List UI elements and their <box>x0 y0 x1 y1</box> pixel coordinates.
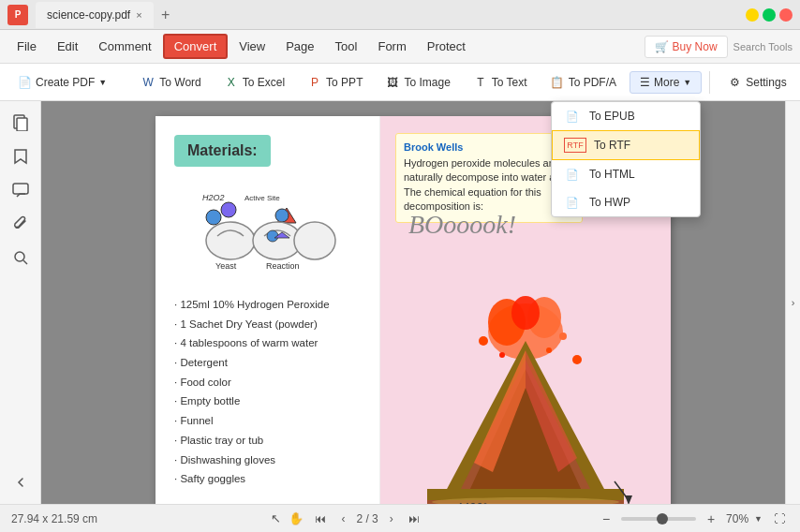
next-page-button[interactable]: › <box>382 510 401 528</box>
sidebar-comment-icon[interactable] <box>7 176 35 204</box>
menu-protect[interactable]: Protect <box>418 36 475 57</box>
svg-point-26 <box>572 355 582 364</box>
zoom-out-button[interactable]: − <box>597 510 615 528</box>
svg-text:H2O2: H2O2 <box>202 193 225 202</box>
sidebar-pages-icon[interactable] <box>7 109 35 137</box>
action-bar: 📄 Create PDF ▼ W To Word X To Excel P To… <box>0 64 800 101</box>
sidebar-search-icon[interactable] <box>7 244 35 272</box>
prev-page-button[interactable]: ‹ <box>333 510 352 528</box>
menu-form[interactable]: Form <box>368 36 415 57</box>
maximize-button[interactable] <box>763 8 776 22</box>
menu-file[interactable]: File <box>7 36 46 57</box>
svg-text:Active Site: Active Site <box>244 194 280 202</box>
tab-science-copy[interactable]: science-copy.pdf × <box>36 2 154 28</box>
left-sidebar <box>0 101 41 504</box>
select-mode-icon[interactable]: ↖ <box>271 511 281 525</box>
svg-point-23 <box>559 332 567 340</box>
menu-convert[interactable]: Convert <box>163 34 229 59</box>
list-item: Safty goggles <box>174 469 361 489</box>
new-tab-button[interactable]: + <box>156 5 176 25</box>
dropdown-item-label: To HWP <box>589 196 630 209</box>
menu-view[interactable]: View <box>230 36 274 57</box>
last-page-button[interactable]: ⏭ <box>405 510 423 528</box>
buy-now-button[interactable]: 🛒 Buy Now <box>644 36 728 58</box>
tab-close-button[interactable]: × <box>136 9 141 21</box>
close-button[interactable] <box>779 8 793 22</box>
right-sidebar-collapse-icon[interactable]: › <box>786 288 801 317</box>
menu-bar: File Edit Comment Convert View Page Tool… <box>0 30 800 64</box>
fullscreen-button[interactable]: ⛶ <box>770 510 789 528</box>
svg-point-24 <box>546 347 552 353</box>
to-pdfa-button[interactable]: 📋 To PDF/A <box>541 71 626 94</box>
settings-button[interactable]: ⚙ Settings <box>718 71 795 94</box>
zoom-controls: − + 70% ▼ <box>597 510 763 528</box>
to-image-button[interactable]: 🖼 To Image <box>376 71 459 94</box>
html-icon: 📄 <box>563 167 582 182</box>
to-ppt-icon: P <box>307 75 322 90</box>
zoom-slider[interactable] <box>621 517 696 521</box>
list-item: Plastic tray or tub <box>174 431 361 451</box>
zoom-in-button[interactable]: + <box>702 510 720 528</box>
list-item: 125ml 10% Hydrogen Peroxide <box>174 295 361 315</box>
create-pdf-button[interactable]: 📄 Create PDF ▼ <box>7 71 116 94</box>
volcano-image <box>390 275 661 504</box>
to-text-icon: T <box>473 75 488 90</box>
minimize-button[interactable] <box>746 8 759 22</box>
create-pdf-icon: 📄 <box>17 75 32 90</box>
to-word-button[interactable]: W To Word <box>131 71 210 94</box>
to-ppt-button[interactable]: P To PPT <box>298 71 372 94</box>
more-dropdown-icon: ▼ <box>683 78 691 87</box>
search-tools-input[interactable]: Search Tools <box>733 41 793 52</box>
menu-comment[interactable]: Comment <box>89 36 160 57</box>
to-word-icon: W <box>141 75 156 90</box>
document-dimensions: 27.94 x 21.59 cm <box>11 512 97 525</box>
list-item: Empty bottle <box>174 392 361 411</box>
svg-point-15 <box>294 222 335 259</box>
first-page-button[interactable]: ⏮ <box>311 510 330 528</box>
create-pdf-dropdown-icon: ▼ <box>98 78 107 87</box>
page-indicator: 2 / 3 <box>356 512 378 525</box>
list-item: Food color <box>174 373 361 392</box>
list-item: 1 Sachet Dry Yeast (powder) <box>174 315 361 334</box>
dropdown-item-rtf[interactable]: RTF To RTF <box>552 130 700 160</box>
dropdown-item-html[interactable]: 📄 To HTML <box>552 160 700 188</box>
to-image-icon: 🖼 <box>385 75 400 90</box>
svg-point-11 <box>206 222 255 259</box>
more-dropdown-menu: 📄 To EPUB RTF To RTF 📄 To HTML 📄 To HWP <box>551 101 701 217</box>
to-excel-button[interactable]: X To Excel <box>215 71 294 94</box>
sidebar-collapse-icon[interactable] <box>7 468 35 496</box>
menu-page[interactable]: Page <box>276 36 323 57</box>
hwp-icon: 📄 <box>563 195 582 210</box>
to-excel-icon: X <box>224 75 239 90</box>
svg-marker-37 <box>625 495 632 504</box>
page-navigation: ⏮ ‹ 2 / 3 › ⏭ <box>311 510 422 528</box>
dropdown-item-epub[interactable]: 📄 To EPUB <box>552 102 700 130</box>
svg-rect-2 <box>13 184 28 194</box>
sidebar-bookmark-icon[interactable] <box>7 142 35 170</box>
page-left: Materials: H2O2 Active Site <box>156 116 380 504</box>
menu-right-area: 🛒 Buy Now Search Tools <box>644 36 793 58</box>
dropdown-item-hwp[interactable]: 📄 To HWP <box>552 188 700 216</box>
tab-list: science-copy.pdf × + <box>36 2 176 28</box>
menu-edit[interactable]: Edit <box>48 36 87 57</box>
more-button[interactable]: ☰ More ▼ <box>630 71 702 94</box>
temperature-label: 4400°c <box>455 500 494 504</box>
pan-mode-icon[interactable]: ✋ <box>289 511 304 525</box>
to-text-button[interactable]: T To Text <box>464 71 537 94</box>
list-item: Detergent <box>174 353 361 373</box>
app-logo: P <box>7 5 28 25</box>
svg-point-7 <box>206 210 221 225</box>
tab-title: science-copy.pdf <box>47 8 130 22</box>
menu-tool[interactable]: Tool <box>326 36 367 57</box>
sidebar-attachment-icon[interactable] <box>7 210 35 238</box>
zoom-slider-thumb <box>657 513 668 525</box>
materials-title: Materials: <box>174 135 271 167</box>
diagram-area: H2O2 Active Site <box>174 189 361 286</box>
cart-icon: 🛒 <box>655 40 669 53</box>
to-pdfa-icon: 📋 <box>550 75 565 90</box>
right-sidebar: › <box>785 101 800 504</box>
zoom-dropdown-icon[interactable]: ▼ <box>754 514 763 524</box>
svg-point-22 <box>479 336 488 346</box>
dropdown-item-label: To RTF <box>594 139 630 152</box>
title-bar: P science-copy.pdf × + <box>0 0 800 30</box>
